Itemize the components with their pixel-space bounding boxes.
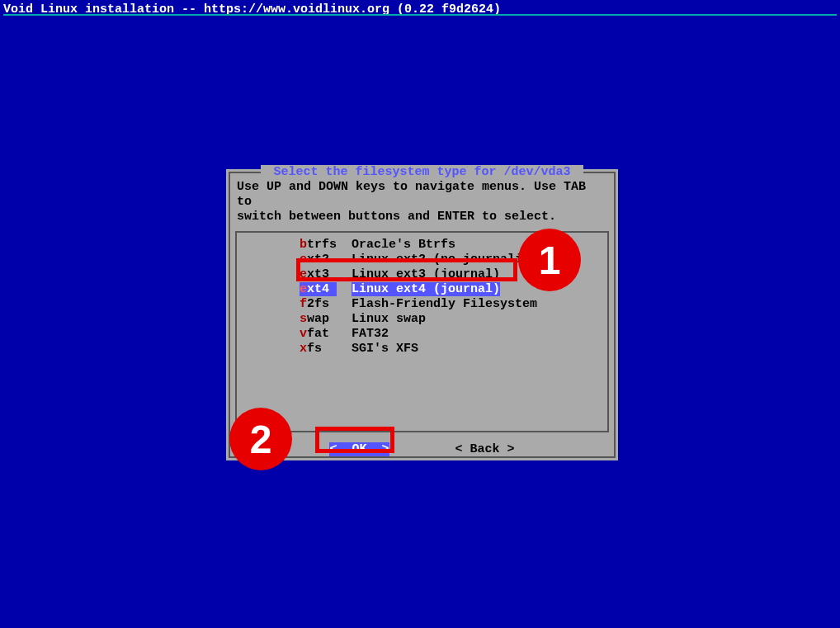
filesystem-dialog: Select the filesystem type for /dev/vda3… [226,169,618,460]
annotation-marker-2: 2 [229,408,292,470]
dialog-instructions: Use UP and DOWN keys to navigate menus. … [230,173,614,228]
fs-option-swap[interactable]: swap Linux swap [300,312,601,327]
back-button[interactable]: < Back > [455,442,515,456]
dialog-title: Select the filesystem type for /dev/vda3 [261,165,583,179]
fs-option-vfat[interactable]: vfat FAT32 [300,327,601,342]
annotation-marker-1: 1 [518,229,581,291]
ok-button[interactable]: < OK > [329,442,389,456]
header-rule [3,14,837,16]
fs-option-f2fs[interactable]: f2fs Flash-Friendly Filesystem [300,297,601,312]
fs-option-xfs[interactable]: xfs SGI's XFS [300,342,601,356]
